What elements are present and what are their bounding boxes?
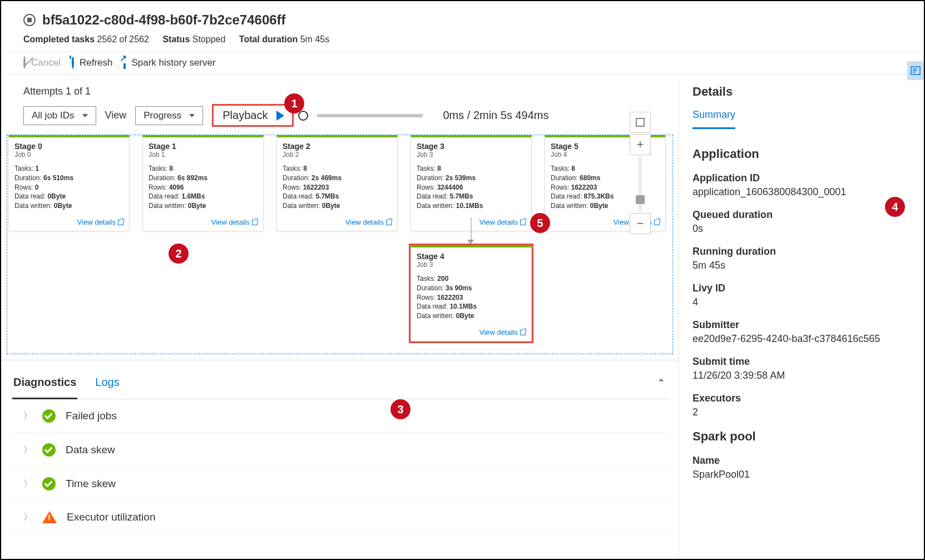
collapse-icon[interactable]: ⌃ [657,377,665,389]
tab-summary[interactable]: Summary [692,109,735,129]
cancel-label: Cancel [31,57,61,68]
external-link-icon [123,56,126,69]
application-heading: Application [692,147,911,161]
cancel-button: Cancel [23,57,61,68]
detail-key: Queued duration [692,209,911,221]
check-circle-icon [42,477,56,490]
refresh-button[interactable]: Refresh [72,57,113,68]
diag-row-2[interactable]: 〉Time skew [10,467,670,501]
total-duration-label: Total duration [239,34,298,44]
annotation-3: 3 [390,399,410,419]
connector-arrow-icon [467,240,474,244]
detail-item: Application IDapplication_1606380084300_… [692,172,911,198]
diag-row-1[interactable]: 〉Data skew [10,433,670,467]
detail-key: Submit time [692,356,911,368]
toolbar: Cancel Refresh Spark history server [1,52,924,75]
completed-value: 2562 of 2562 [97,34,149,44]
diag-row-0[interactable]: 〉Failed jobs [10,399,670,433]
view-details-link[interactable]: View details [211,218,258,226]
chevron-right-icon: 〉 [23,410,32,422]
view-label: View [105,110,127,121]
chevron-right-icon: 〉 [23,444,32,456]
detail-value: 0s [692,223,911,235]
detail-value: ee20d9e7-6295-4240-ba3f-c3784616c565 [692,333,911,345]
zoom-in-button[interactable]: + [630,134,651,155]
chevron-down-icon [189,114,195,117]
annotation-2: 2 [169,244,189,264]
view-details-link[interactable]: View details [479,328,526,336]
pool-item: NameSparkPool01 [692,455,911,480]
detail-value: 2 [692,407,911,418]
playback-slider-track[interactable] [317,114,423,117]
playback-slider-handle[interactable] [298,111,308,121]
detail-value: 4 [692,296,911,308]
tab-diagnostics[interactable]: Diagnostics [12,371,77,399]
total-duration-value: 5m 45s [300,34,329,44]
status-label: Status [162,34,190,44]
job-ids-value: All job IDs [32,110,75,121]
tab-logs[interactable]: Logs [94,371,120,399]
detail-value: SparkPool01 [692,469,911,480]
zoom-slider[interactable] [639,156,642,212]
view-dropdown[interactable]: Progress [135,106,203,125]
playback-control[interactable]: Playback 1 [212,104,294,127]
refresh-icon [72,56,74,69]
detail-item: Executors2 [692,393,911,418]
detail-item: Running duration5m 45s [692,246,911,271]
controls-row: Attempts 1 of 1 [1,75,679,102]
check-circle-icon [42,443,56,457]
detail-item: Submitteree20d9e7-6295-4240-ba3f-c378461… [692,319,911,345]
check-circle-icon [42,409,56,423]
diag-row-3[interactable]: 〉Executor utilization [10,501,670,534]
attempts-label: Attempts 1 of 1 [23,86,91,97]
side-panel-toggle[interactable] [907,61,924,80]
details-heading: Details [692,85,911,99]
annotation-4: 4 [885,197,905,217]
external-link-icon [118,220,123,225]
status-value: Stopped [192,34,226,44]
diag-label: Failed jobs [66,410,117,422]
job-ids-dropdown[interactable]: All job IDs [23,106,96,125]
detail-key: Application ID [692,172,911,184]
detail-key: Livy ID [692,283,911,294]
zoom-out-button[interactable]: − [630,213,651,234]
detail-item: Submit time11/26/20 3:39:58 AM [692,356,911,381]
chevron-down-icon [82,114,88,117]
detail-item: Livy ID4 [692,283,911,308]
playback-label: Playback [222,109,268,122]
zoom-controls: + − [630,112,651,234]
chevron-right-icon: 〉 [23,512,32,523]
completed-label: Completed tasks [23,34,95,44]
view-details-link[interactable]: View details [345,218,392,226]
view-value: Progress [144,110,181,121]
detail-key: Executors [692,393,911,404]
zoom-fit-button[interactable] [630,112,651,133]
stage-card-0[interactable]: Stage 0Job 0 Tasks: 1 Duration: 6s 510ms… [8,135,130,231]
view-details-link[interactable]: View details [77,218,123,226]
header: bf5a1022-c80d-4f98-b60f-7b2ce74606ff Com… [1,1,924,52]
detail-key: Running duration [692,246,911,257]
diagnostics-section: Diagnostics Logs ⌃ 3 〉Failed jobs〉Data s… [1,360,679,534]
diag-label: Data skew [66,444,115,456]
meta-row: Completed tasks 2562 of 2562 Status Stop… [23,34,902,44]
view-details-link[interactable]: View details [479,218,526,226]
status-icon [23,14,36,26]
stage-card-1[interactable]: Stage 1Job 1 Tasks: 8 Duration: 6s 892ms… [142,135,264,231]
play-icon[interactable] [276,111,284,121]
stage-graph-canvas[interactable]: 2 5 Stage 0Job 0 Tasks: 1 Duration: 6s 5… [7,135,673,354]
detail-value: 11/26/20 3:39:58 AM [692,370,911,381]
details-panel: Details Summary Application 4 Applicatio… [679,75,924,559]
refresh-label: Refresh [80,57,113,68]
stage-card-4[interactable]: Stage 4Job 3 Tasks: 200 Duration: 3s 90m… [410,245,532,341]
playback-time: 0ms / 2min 5s 494ms [443,109,548,122]
detail-value: 5m 45s [692,260,911,271]
page-title: bf5a1022-c80d-4f98-b60f-7b2ce74606ff [42,12,286,28]
chevron-right-icon: 〉 [23,478,32,490]
spark-history-label: Spark history server [131,57,215,68]
warning-icon [42,511,57,523]
svg-rect-4 [636,118,644,126]
stage-card-2[interactable]: Stage 2Job 2 Tasks: 8 Duration: 2s 469ms… [276,135,398,231]
spark-history-button[interactable]: Spark history server [123,57,215,68]
detail-key: Submitter [692,319,911,331]
spark-pool-heading: Spark pool [692,429,911,444]
